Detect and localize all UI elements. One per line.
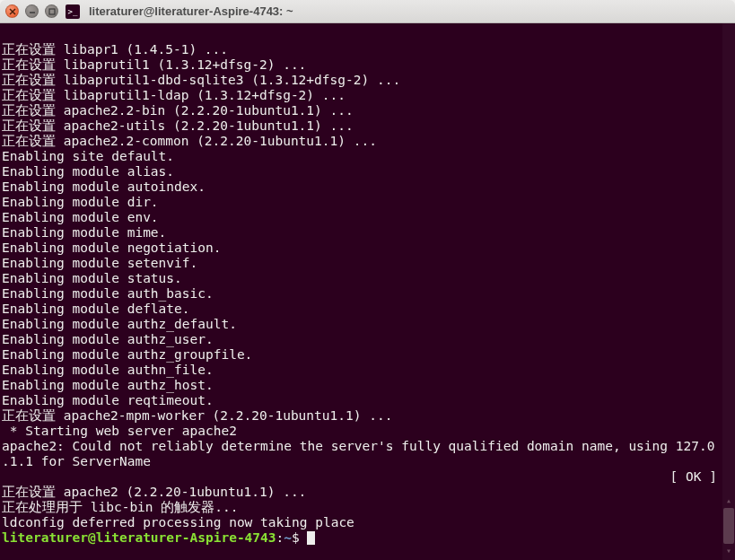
status-ok-line: [ OK ]	[2, 469, 10, 484]
scroll-thumb[interactable]	[723, 508, 734, 544]
terminal-line: Enabling module authz_default.	[2, 317, 237, 331]
terminal-line: 正在设置 apache2-mpm-worker (2.2.20-1ubuntu1…	[2, 408, 392, 423]
ok-badge: [ OK ]	[670, 469, 717, 485]
terminal-line: Enabling module reqtimeout.	[2, 393, 214, 407]
terminal-line: 正在设置 libaprutil1 (1.3.12+dfsg-2) ...	[2, 57, 306, 72]
terminal-line: 正在设置 apache2.2-common (2.2.20-1ubuntu1.1…	[2, 134, 377, 148]
terminal-line: Enabling module dir.	[2, 195, 159, 209]
svg-rect-0	[49, 9, 55, 14]
terminal-line: Enabling module env.	[2, 210, 159, 224]
terminal-line: Enabling site default.	[2, 149, 174, 163]
terminal-line: 正在处理用于 libc-bin 的触发器...	[2, 500, 239, 514]
terminal-line: Enabling module authz_groupfile.	[2, 347, 252, 362]
terminal-window: >_ literaturer@literaturer-Aspire-4743: …	[0, 0, 735, 560]
minimize-icon	[29, 8, 36, 15]
terminal-line: Enabling module mime.	[2, 225, 166, 240]
terminal-line: Enabling module authn_file.	[2, 363, 214, 377]
scroll-up-icon[interactable]: ▴	[723, 495, 734, 506]
close-button[interactable]	[5, 4, 19, 18]
terminal-line: ldconfig deferred processing now taking …	[2, 515, 354, 529]
terminal-body[interactable]: 正在设置 libapr1 (1.4.5-1) ... 正在设置 libaprut…	[0, 23, 735, 560]
prompt-path: ~	[284, 530, 292, 545]
terminal-line: apache2: Could not reliably determine th…	[2, 439, 714, 453]
terminal-content: 正在设置 libapr1 (1.4.5-1) ... 正在设置 libaprut…	[2, 27, 733, 546]
prompt-user-host: literaturer@literaturer-Aspire-4743	[2, 530, 276, 545]
terminal-line: Enabling module negotiation.	[2, 241, 221, 255]
window-controls	[5, 4, 58, 18]
terminal-line: 正在设置 libaprutil1-ldap (1.3.12+dfsg-2) ..…	[2, 88, 346, 102]
close-icon	[9, 8, 16, 15]
terminal-line: * Starting web server apache2	[2, 424, 237, 438]
titlebar[interactable]: >_ literaturer@literaturer-Aspire-4743: …	[0, 0, 735, 23]
terminal-line: 正在设置 libapr1 (1.4.5-1) ...	[2, 42, 228, 57]
terminal-icon: >_	[66, 4, 80, 19]
window-title: literaturer@literaturer-Aspire-4743: ~	[89, 4, 293, 18]
terminal-line: .1.1 for ServerName	[2, 454, 151, 468]
terminal-line: Enabling module autoindex.	[2, 179, 206, 194]
scroll-down-icon[interactable]: ▾	[723, 546, 734, 556]
cursor	[307, 531, 315, 545]
terminal-line: 正在设置 libaprutil1-dbd-sqlite3 (1.3.12+dfs…	[2, 73, 400, 87]
prompt-dollar: $	[292, 530, 307, 545]
prompt-colon: :	[276, 530, 284, 545]
scrollbar[interactable]: ▴ ▾	[722, 23, 735, 560]
maximize-icon	[48, 8, 56, 15]
terminal-line: Enabling module setenvif.	[2, 256, 197, 270]
prompt-line: literaturer@literaturer-Aspire-4743:~$	[2, 530, 315, 545]
terminal-line: Enabling module auth_basic.	[2, 286, 214, 301]
terminal-line: Enabling module authz_host.	[2, 378, 214, 392]
terminal-line: 正在设置 apache2-utils (2.2.20-1ubuntu1.1) .…	[2, 118, 354, 133]
terminal-line: Enabling module authz_user.	[2, 332, 214, 346]
minimize-button[interactable]	[25, 4, 39, 18]
maximize-button[interactable]	[45, 4, 58, 18]
terminal-line: Enabling module alias.	[2, 164, 174, 179]
terminal-line: 正在设置 apache2.2-bin (2.2.20-1ubuntu1.1) .…	[2, 103, 354, 118]
terminal-line: Enabling module deflate.	[2, 302, 190, 316]
terminal-line: Enabling module status.	[2, 271, 182, 285]
terminal-line: 正在设置 apache2 (2.2.20-1ubuntu1.1) ...	[2, 485, 306, 499]
